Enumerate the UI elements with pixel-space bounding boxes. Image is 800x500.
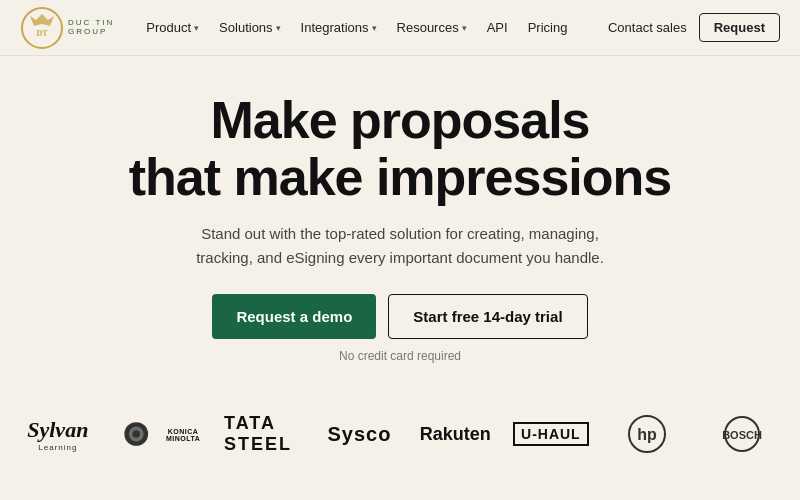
contact-sales-link[interactable]: Contact sales [608, 20, 687, 35]
nav-api[interactable]: API [479, 16, 516, 39]
svg-text:BOSCH: BOSCH [722, 429, 762, 441]
no-credit-text: No credit card required [60, 349, 740, 363]
logos-bar: Sylvan Learning KONICA MINOLTA TATA STEE… [0, 403, 800, 465]
chevron-down-icon: ▾ [194, 23, 199, 33]
nav-right: Contact sales Request [608, 13, 780, 42]
request-button-nav[interactable]: Request [699, 13, 780, 42]
navbar: DT DUC TIN GROUP Product ▾ Solutions ▾ I… [0, 0, 800, 56]
chevron-down-icon: ▾ [372, 23, 377, 33]
svg-point-4 [132, 431, 139, 438]
hero-title: Make proposals that make impressions [60, 92, 740, 206]
hero-section: Make proposals that make impressions Sta… [0, 56, 800, 403]
rakuten-logo: Rakuten [407, 424, 503, 445]
chevron-down-icon: ▾ [276, 23, 281, 33]
svg-text:DT: DT [36, 29, 48, 38]
demo-button[interactable]: Request a demo [212, 294, 376, 339]
hero-buttons: Request a demo Start free 14-day trial [60, 294, 740, 339]
sysco-logo: Sysco [312, 423, 408, 446]
nav-product[interactable]: Product ▾ [138, 16, 207, 39]
logo-icon: DT [20, 6, 64, 50]
tata-steel-text: TATA STEEL [224, 413, 304, 455]
hero-subtitle: Stand out with the top-rated solution fo… [190, 222, 610, 270]
bosch-logo: BOSCH [694, 415, 790, 453]
logo-text: DUC TIN GROUP [68, 19, 114, 37]
tata-steel-logo: TATA STEEL [216, 413, 312, 455]
logo-area[interactable]: DT DUC TIN GROUP [20, 6, 114, 50]
trial-button[interactable]: Start free 14-day trial [388, 294, 587, 339]
nav-solutions[interactable]: Solutions ▾ [211, 16, 288, 39]
svg-text:hp: hp [637, 426, 657, 443]
nav-resources[interactable]: Resources ▾ [389, 16, 475, 39]
chevron-down-icon: ▾ [462, 23, 467, 33]
uhaul-logo: U-HAUL [503, 422, 599, 446]
nav-pricing[interactable]: Pricing [520, 16, 576, 39]
konica-logo: KONICA MINOLTA [106, 416, 216, 452]
nav-links: Product ▾ Solutions ▾ Integrations ▾ Res… [138, 16, 608, 39]
hp-logo: hp [599, 415, 695, 453]
nav-integrations[interactable]: Integrations ▾ [293, 16, 385, 39]
sylvan-logo: Sylvan Learning [10, 417, 106, 452]
